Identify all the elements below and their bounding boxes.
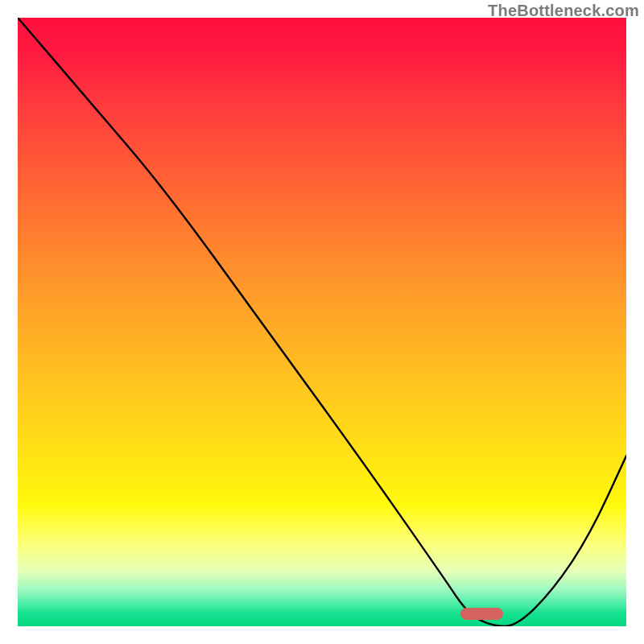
plot-area [18, 18, 626, 626]
curve-overlay [18, 18, 626, 626]
chart-container: TheBottleneck.com [0, 0, 644, 644]
attribution-label: TheBottleneck.com [488, 2, 639, 20]
bottleneck-curve-path [18, 18, 626, 626]
optimum-marker [460, 608, 503, 620]
